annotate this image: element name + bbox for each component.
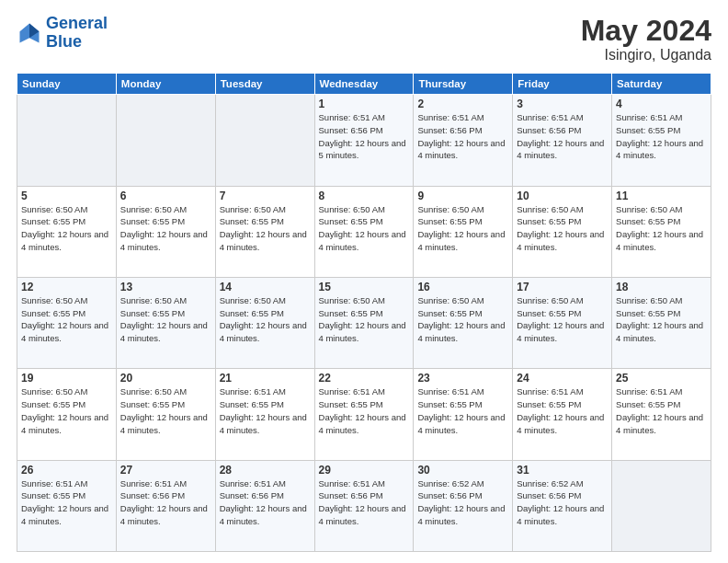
calendar-day-cell: 20 Sunrise: 6:50 AM Sunset: 6:55 PM Dayl… <box>116 369 215 460</box>
day-info: Sunrise: 6:51 AM Sunset: 6:55 PM Dayligh… <box>616 111 707 162</box>
day-number: 5 <box>21 190 112 202</box>
sunrise-text: Sunrise: 6:50 AM <box>616 295 682 305</box>
calendar-week-row: 1 Sunrise: 6:51 AM Sunset: 6:56 PM Dayli… <box>17 95 711 186</box>
calendar-day-cell: 17 Sunrise: 6:50 AM Sunset: 6:55 PM Dayl… <box>513 277 612 368</box>
sunrise-text: Sunrise: 6:51 AM <box>21 478 87 488</box>
day-number: 9 <box>417 190 508 202</box>
calendar-day-cell: 21 Sunrise: 6:51 AM Sunset: 6:55 PM Dayl… <box>215 369 314 460</box>
daylight-text: Daylight: 12 hours and 4 minutes. <box>220 412 307 435</box>
daylight-text: Daylight: 12 hours and 4 minutes. <box>517 229 604 252</box>
weekday-header-cell: Thursday <box>414 74 513 95</box>
daylight-text: Daylight: 12 hours and 4 minutes. <box>220 229 307 252</box>
calendar-day-cell: 13 Sunrise: 6:50 AM Sunset: 6:55 PM Dayl… <box>116 277 215 368</box>
header: General Blue May 2024 Isingiro, Uganda <box>17 15 711 63</box>
sunrise-text: Sunrise: 6:51 AM <box>220 478 286 488</box>
day-info: Sunrise: 6:50 AM Sunset: 6:55 PM Dayligh… <box>319 294 410 345</box>
day-number: 31 <box>517 464 608 477</box>
logo-line2: Blue <box>46 32 82 51</box>
calendar-day-cell <box>215 95 314 186</box>
day-number: 10 <box>517 190 608 202</box>
sunrise-text: Sunrise: 6:50 AM <box>517 204 583 214</box>
sunset-text: Sunset: 6:55 PM <box>616 125 680 135</box>
daylight-text: Daylight: 12 hours and 4 minutes. <box>417 412 505 435</box>
logo: General Blue <box>17 15 108 52</box>
sunset-text: Sunset: 6:55 PM <box>120 399 185 409</box>
sunrise-text: Sunrise: 6:52 AM <box>417 478 483 488</box>
calendar-week-row: 26 Sunrise: 6:51 AM Sunset: 6:55 PM Dayl… <box>17 460 711 551</box>
calendar-day-cell: 11 Sunrise: 6:50 AM Sunset: 6:55 PM Dayl… <box>612 186 711 277</box>
day-info: Sunrise: 6:50 AM Sunset: 6:55 PM Dayligh… <box>21 203 112 254</box>
sunset-text: Sunset: 6:56 PM <box>220 490 284 500</box>
day-info: Sunrise: 6:50 AM Sunset: 6:55 PM Dayligh… <box>220 294 311 345</box>
day-info: Sunrise: 6:50 AM Sunset: 6:55 PM Dayligh… <box>319 203 410 254</box>
day-number: 3 <box>517 98 608 110</box>
calendar-day-cell: 30 Sunrise: 6:52 AM Sunset: 6:56 PM Dayl… <box>414 460 513 551</box>
sunset-text: Sunset: 6:56 PM <box>517 125 581 135</box>
daylight-text: Daylight: 12 hours and 4 minutes. <box>21 503 108 526</box>
sunrise-text: Sunrise: 6:50 AM <box>21 204 87 214</box>
weekday-header-cell: Sunday <box>17 74 117 95</box>
day-info: Sunrise: 6:52 AM Sunset: 6:56 PM Dayligh… <box>517 477 608 528</box>
daylight-text: Daylight: 12 hours and 4 minutes. <box>616 229 703 252</box>
daylight-text: Daylight: 12 hours and 4 minutes. <box>21 229 108 252</box>
calendar-day-cell: 22 Sunrise: 6:51 AM Sunset: 6:55 PM Dayl… <box>314 369 414 460</box>
day-info: Sunrise: 6:50 AM Sunset: 6:55 PM Dayligh… <box>417 203 508 254</box>
calendar-day-cell: 23 Sunrise: 6:51 AM Sunset: 6:55 PM Dayl… <box>414 369 513 460</box>
logo-icon <box>17 20 42 46</box>
sunrise-text: Sunrise: 6:50 AM <box>616 204 682 214</box>
daylight-text: Daylight: 12 hours and 4 minutes. <box>517 503 604 526</box>
day-info: Sunrise: 6:50 AM Sunset: 6:55 PM Dayligh… <box>417 294 508 345</box>
day-number: 13 <box>120 281 211 293</box>
day-number: 23 <box>417 372 508 385</box>
sunset-text: Sunset: 6:55 PM <box>21 216 85 226</box>
sunrise-text: Sunrise: 6:52 AM <box>517 478 583 488</box>
calendar-day-cell: 7 Sunrise: 6:50 AM Sunset: 6:55 PM Dayli… <box>215 186 314 277</box>
daylight-text: Daylight: 12 hours and 4 minutes. <box>21 320 108 343</box>
day-info: Sunrise: 6:51 AM Sunset: 6:56 PM Dayligh… <box>220 477 311 528</box>
sunset-text: Sunset: 6:55 PM <box>220 399 284 409</box>
sunset-text: Sunset: 6:56 PM <box>417 490 482 500</box>
daylight-text: Daylight: 12 hours and 4 minutes. <box>120 412 208 435</box>
daylight-text: Daylight: 12 hours and 4 minutes. <box>517 138 604 161</box>
sunset-text: Sunset: 6:55 PM <box>21 308 85 318</box>
day-info: Sunrise: 6:50 AM Sunset: 6:55 PM Dayligh… <box>120 385 211 436</box>
weekday-header-cell: Friday <box>513 74 612 95</box>
calendar-day-cell: 6 Sunrise: 6:50 AM Sunset: 6:55 PM Dayli… <box>116 186 215 277</box>
day-number: 8 <box>319 190 410 202</box>
weekday-header-cell: Tuesday <box>215 74 314 95</box>
daylight-text: Daylight: 12 hours and 4 minutes. <box>319 503 406 526</box>
sunrise-text: Sunrise: 6:50 AM <box>120 204 187 214</box>
sunrise-text: Sunrise: 6:50 AM <box>417 204 483 214</box>
sunrise-text: Sunrise: 6:51 AM <box>319 386 385 396</box>
calendar-day-cell: 10 Sunrise: 6:50 AM Sunset: 6:55 PM Dayl… <box>513 186 612 277</box>
calendar-day-cell: 5 Sunrise: 6:50 AM Sunset: 6:55 PM Dayli… <box>17 186 117 277</box>
sunrise-text: Sunrise: 6:50 AM <box>220 295 286 305</box>
calendar-day-cell: 26 Sunrise: 6:51 AM Sunset: 6:55 PM Dayl… <box>17 460 117 551</box>
calendar-day-cell: 4 Sunrise: 6:51 AM Sunset: 6:55 PM Dayli… <box>612 95 711 186</box>
day-number: 1 <box>319 98 410 110</box>
sunset-text: Sunset: 6:55 PM <box>120 216 185 226</box>
day-number: 22 <box>319 372 410 385</box>
daylight-text: Daylight: 12 hours and 4 minutes. <box>21 412 108 435</box>
daylight-text: Daylight: 12 hours and 4 minutes. <box>417 229 505 252</box>
sunrise-text: Sunrise: 6:51 AM <box>120 478 187 488</box>
sunrise-text: Sunrise: 6:51 AM <box>319 478 385 488</box>
weekday-header-row: SundayMondayTuesdayWednesdayThursdayFrid… <box>17 74 711 95</box>
day-info: Sunrise: 6:51 AM Sunset: 6:56 PM Dayligh… <box>417 111 508 162</box>
sunrise-text: Sunrise: 6:50 AM <box>21 295 87 305</box>
day-number: 29 <box>319 464 410 477</box>
day-info: Sunrise: 6:50 AM Sunset: 6:55 PM Dayligh… <box>220 203 311 254</box>
day-number: 28 <box>220 464 311 477</box>
daylight-text: Daylight: 12 hours and 4 minutes. <box>417 320 505 343</box>
day-info: Sunrise: 6:50 AM Sunset: 6:55 PM Dayligh… <box>120 294 211 345</box>
daylight-text: Daylight: 12 hours and 4 minutes. <box>220 320 307 343</box>
sunset-text: Sunset: 6:55 PM <box>616 216 680 226</box>
sunset-text: Sunset: 6:55 PM <box>616 308 680 318</box>
sunset-text: Sunset: 6:56 PM <box>120 490 185 500</box>
sunrise-text: Sunrise: 6:50 AM <box>319 204 385 214</box>
sunset-text: Sunset: 6:55 PM <box>319 399 383 409</box>
calendar-day-cell <box>612 460 711 551</box>
weekday-header-cell: Wednesday <box>314 74 414 95</box>
title-block: May 2024 Isingiro, Uganda <box>581 15 711 63</box>
sunset-text: Sunset: 6:55 PM <box>319 308 383 318</box>
